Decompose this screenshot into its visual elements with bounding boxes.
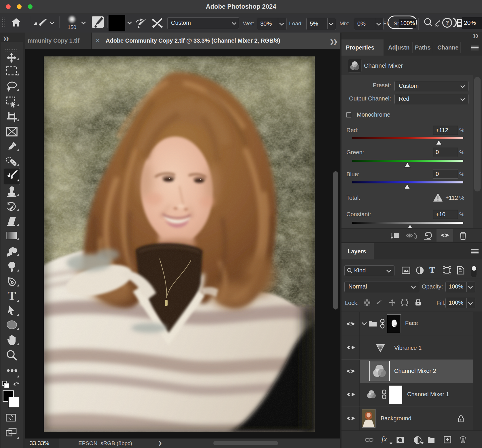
svg-text:?: ?: [445, 20, 449, 26]
